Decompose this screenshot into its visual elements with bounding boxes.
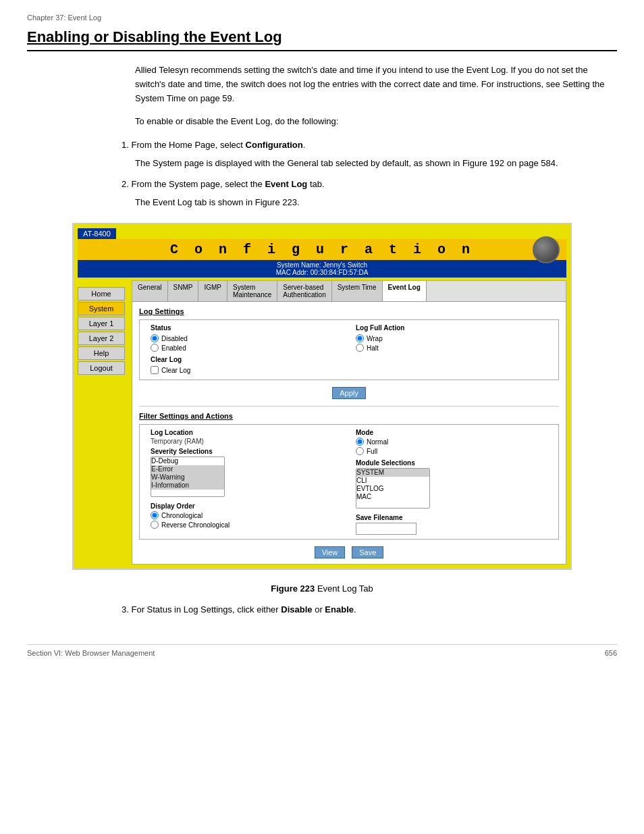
module-evtlog[interactable]: EVTLOG <box>356 485 429 493</box>
filter-grid: Log Location Temporary (RAM) Severity Se… <box>151 429 547 535</box>
step-1-text-after: . <box>303 140 306 150</box>
log-location-label: Log Location <box>151 429 342 436</box>
sidebar-item-logout[interactable]: Logout <box>78 361 125 375</box>
chronological-radio[interactable] <box>151 511 159 519</box>
step-3: 3. For Status in Log Settings, click eit… <box>122 603 617 617</box>
tab-system-maintenance[interactable]: SystemMaintenance <box>227 281 277 301</box>
step-1-bold: Configuration <box>246 140 303 150</box>
module-system[interactable]: SYSTEM <box>356 469 429 477</box>
tabs-row: General SNMP IGMP SystemMaintenance Serv… <box>132 281 566 302</box>
status-disabled-radio[interactable] <box>151 334 159 342</box>
content-area: General SNMP IGMP SystemMaintenance Serv… <box>132 280 566 565</box>
log-settings-title: Log Settings <box>139 307 559 315</box>
step-3-text-mid: or <box>313 604 325 615</box>
module-cli[interactable]: CLI <box>356 477 429 485</box>
main-layout: Home System Layer 1 Layer 2 Help Logout … <box>78 280 566 565</box>
log-settings-grid: Status Disabled Enabled Clear Log <box>151 324 547 375</box>
chronological-row: Chronological <box>151 511 342 519</box>
status-enabled-row: Enabled <box>151 344 342 352</box>
log-full-wrap-label: Wrap <box>367 335 383 342</box>
at-model-label: AT-8400 <box>78 228 116 239</box>
clear-log-section: Clear Log Clear Log <box>151 356 342 374</box>
mode-full-row: Full <box>356 447 547 455</box>
log-full-halt-row: Halt <box>356 344 547 352</box>
log-full-wrap-radio[interactable] <box>356 334 364 342</box>
page-footer: Section VI: Web Browser Management 656 <box>27 644 617 657</box>
filter-settings-title: Filter Settings and Actions <box>139 412 559 420</box>
mode-full-label: Full <box>367 448 377 455</box>
status-enabled-radio[interactable] <box>151 344 159 352</box>
filter-right-col: Mode Normal Full Module Selections SYSTE… <box>356 429 547 535</box>
step-1-number: 1. <box>122 140 129 150</box>
step-3-bold2: Enable <box>325 604 354 615</box>
view-button[interactable]: View <box>315 546 346 558</box>
tab-igmp[interactable]: IGMP <box>198 281 227 301</box>
reverse-chronological-label: Reverse Chronological <box>161 521 230 529</box>
system-info-bar: System Name: Jenny's Switch MAC Addr: 00… <box>78 260 566 278</box>
mode-normal-row: Normal <box>356 438 547 446</box>
page-title: Enabling or Disabling the Event Log <box>27 28 617 51</box>
apply-button[interactable]: Apply <box>332 387 366 399</box>
severity-list[interactable]: D-Debug E-Error W-Warning I-Information <box>151 457 225 497</box>
tab-system-time[interactable]: System Time <box>332 281 383 301</box>
step-2-number: 2. <box>122 179 129 189</box>
step-2-text-before: From the System page, select the <box>131 179 265 189</box>
step-3-text-before: For Status in Log Settings, click either <box>131 604 281 615</box>
clear-log-title: Clear Log <box>151 356 342 363</box>
sidebar-item-layer2[interactable]: Layer 2 <box>78 332 125 345</box>
tab-snmp[interactable]: SNMP <box>168 281 199 301</box>
severity-debug[interactable]: D-Debug <box>151 457 224 465</box>
log-full-halt-radio[interactable] <box>356 344 364 352</box>
figure-number: Figure 223 <box>271 583 315 594</box>
divider <box>139 406 559 407</box>
reverse-chronological-radio[interactable] <box>151 521 159 529</box>
severity-warning[interactable]: W-Warning <box>151 473 224 481</box>
filter-left-col: Log Location Temporary (RAM) Severity Se… <box>151 429 342 535</box>
globe-icon <box>533 236 560 263</box>
step-2: 2. From the System page, select the Even… <box>122 178 617 210</box>
tab-event-log[interactable]: Event Log <box>383 281 427 301</box>
sidebar: Home System Layer 1 Layer 2 Help Logout <box>78 280 132 565</box>
mode-normal-label: Normal <box>367 438 388 446</box>
status-enabled-label: Enabled <box>161 344 186 352</box>
log-settings-border: Status Disabled Enabled Clear Log <box>139 319 559 380</box>
severity-error[interactable]: E-Error <box>151 465 224 473</box>
step-1: 1. From the Home Page, select Configurat… <box>122 138 617 171</box>
clear-log-checkbox-label: Clear Log <box>161 367 190 374</box>
step-2-sub: The Event Log tab is shown in Figure 223… <box>135 196 617 210</box>
tab-general[interactable]: General <box>132 281 168 301</box>
step-3-number: 3. <box>122 604 129 615</box>
log-full-wrap-row: Wrap <box>356 334 547 342</box>
mode-full-radio[interactable] <box>356 447 364 455</box>
save-filename-label: Save Filename <box>356 514 547 521</box>
log-location-value: Temporary (RAM) <box>151 438 342 445</box>
log-full-action-label: Log Full Action <box>356 324 547 332</box>
sidebar-item-help[interactable]: Help <box>78 346 125 360</box>
step-2-text-after: tab. <box>307 179 324 189</box>
figure-caption: Figure 223 Event Log Tab <box>27 583 617 594</box>
sidebar-item-layer1[interactable]: Layer 1 <box>78 317 125 330</box>
severity-label: Severity Selections <box>151 448 342 455</box>
module-label: Module Selections <box>356 459 547 467</box>
log-full-halt-label: Halt <box>367 344 379 352</box>
step-1-text-before: From the Home Page, select <box>131 140 245 150</box>
sidebar-item-home[interactable]: Home <box>78 287 125 301</box>
log-full-action-col: Log Full Action Wrap Halt <box>356 324 547 375</box>
save-button[interactable]: Save <box>352 546 383 558</box>
severity-info[interactable]: I-Information <box>151 481 224 490</box>
module-list[interactable]: SYSTEM CLI EVTLOG MAC <box>356 468 430 509</box>
tab-server-based-auth[interactable]: Server-basedAuthentication <box>277 281 331 301</box>
clear-log-checkbox-row: Clear Log <box>151 366 342 374</box>
figure-container: AT-8400 C o n f i g u r a t i o n System… <box>72 223 572 570</box>
save-filename-input[interactable] <box>356 523 417 535</box>
display-order-label: Display Order <box>151 502 342 510</box>
reverse-chronological-row: Reverse Chronological <box>151 521 342 529</box>
step-intro: To enable or disable the Event Log, do t… <box>135 115 617 129</box>
mode-normal-radio[interactable] <box>356 438 364 446</box>
footer-left: Section VI: Web Browser Management <box>27 649 155 657</box>
clear-log-checkbox[interactable] <box>151 366 159 374</box>
footer-right: 656 <box>605 649 617 657</box>
sidebar-item-system[interactable]: System <box>78 302 125 315</box>
apply-row: Apply <box>132 387 566 399</box>
module-mac[interactable]: MAC <box>356 493 429 501</box>
